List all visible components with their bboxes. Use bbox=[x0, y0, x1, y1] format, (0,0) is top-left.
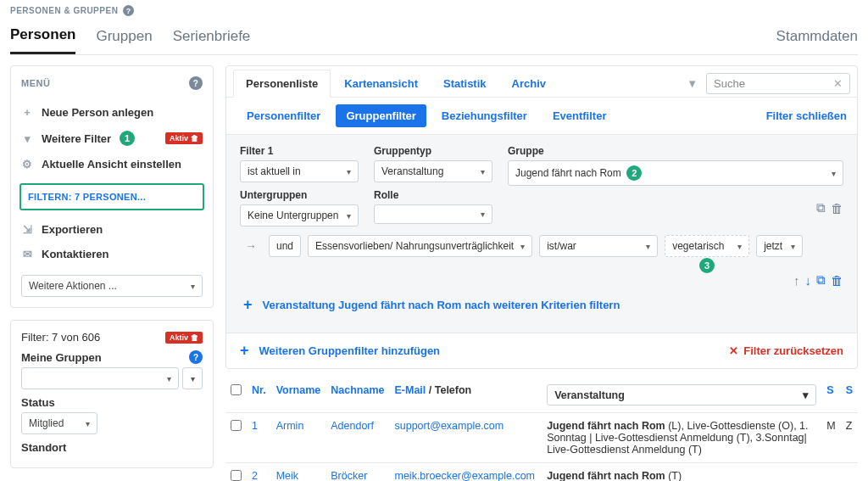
tab-statistik[interactable]: Statistik bbox=[431, 70, 498, 97]
tab-stammdaten[interactable]: Stammdaten bbox=[776, 23, 858, 53]
help-icon[interactable]: ? bbox=[123, 5, 134, 16]
close-icon[interactable]: ✕ bbox=[833, 77, 843, 90]
criteria-field-select[interactable]: Essensvorlieben/ Nahrungsunverträglichke… bbox=[308, 235, 532, 257]
arrow-right-icon: → bbox=[240, 239, 262, 253]
cell-email[interactable]: meik.broecker@example.com bbox=[390, 463, 542, 482]
cell-c2: Z bbox=[841, 413, 858, 463]
tab-personen[interactable]: Personen bbox=[10, 21, 75, 54]
select-value: vegetarisch bbox=[672, 240, 724, 252]
cell-nr[interactable]: 2 bbox=[247, 463, 271, 482]
help-icon[interactable]: ? bbox=[189, 350, 203, 364]
gear-icon: ⚙ bbox=[21, 158, 33, 171]
meine-gruppen-extra-button[interactable]: ▾ bbox=[182, 367, 203, 389]
col-s1[interactable]: S bbox=[821, 378, 840, 413]
filtertab-beziehungsfilter[interactable]: Beziehungsfilter bbox=[431, 104, 537, 127]
trash-icon: 🗑 bbox=[191, 333, 198, 342]
cell-vorname[interactable]: Armin bbox=[271, 413, 326, 463]
filter-count: Filter: 7 von 606 bbox=[21, 331, 100, 344]
filter-result-box[interactable]: FILTERN: 7 PERSONEN... bbox=[19, 183, 204, 210]
search-input[interactable]: Suche ✕ bbox=[706, 73, 850, 94]
filtertab-gruppenfilter[interactable]: Gruppenfilter bbox=[336, 104, 426, 127]
gruppentyp-label: Gruppentyp bbox=[374, 145, 492, 157]
arrow-down-icon[interactable]: ↓ bbox=[805, 273, 812, 288]
copy-icon[interactable]: ⧉ bbox=[816, 272, 826, 288]
chevron-down-icon: ▾ bbox=[803, 389, 809, 401]
cell-email[interactable]: support@example.com bbox=[390, 413, 542, 463]
status-select[interactable]: Mitglied ▾ bbox=[21, 412, 97, 434]
cell-vorname[interactable]: Meik bbox=[271, 463, 326, 482]
col-vorname[interactable]: Vorname bbox=[271, 378, 326, 413]
select-value: Keine Untergruppen bbox=[248, 210, 338, 221]
chevron-down-icon: ▾ bbox=[646, 242, 650, 251]
criteria-time-select[interactable]: jetzt ▾ bbox=[756, 235, 803, 257]
filtertab-personenfilter[interactable]: Personenfilter bbox=[236, 104, 331, 127]
arrow-up-icon[interactable]: ↑ bbox=[793, 273, 800, 288]
select-value: ist aktuell in bbox=[248, 165, 301, 177]
funnel-icon: ▾ bbox=[21, 132, 33, 145]
menu-kontaktieren[interactable]: ✉ Kontaktieren bbox=[21, 242, 203, 266]
add-filter-link[interactable]: Weiteren Gruppenfilter hinzufügen bbox=[240, 342, 440, 360]
gruppe-label: Gruppe bbox=[508, 145, 843, 157]
trash-icon[interactable]: 🗑 bbox=[831, 273, 843, 288]
meine-gruppen-select[interactable]: ▾ bbox=[21, 367, 179, 389]
cell-nachname[interactable]: Bröcker bbox=[326, 463, 389, 482]
filter-reset[interactable]: ✕ Filter zurücksetzen bbox=[729, 344, 843, 357]
aktiv-badge[interactable]: Aktiv 🗑 bbox=[165, 132, 203, 144]
cell-c1: M bbox=[821, 413, 840, 463]
breadcrumb-text: PERSONEN & GRUPPEN bbox=[10, 6, 118, 15]
col-email-telefon[interactable]: E-Mail / Telefon bbox=[390, 378, 542, 413]
filter1-select[interactable]: ist aktuell in ▾ bbox=[240, 160, 359, 182]
event-col-select[interactable]: Veranstaltung ▾ bbox=[547, 384, 816, 405]
hint-badge-2: 2 bbox=[626, 165, 642, 181]
select-value: Weitere Aktionen ... bbox=[29, 280, 117, 292]
table-row: 2MeikBröckermeik.broecker@example.comJug… bbox=[225, 463, 858, 482]
chevron-down-icon: ▾ bbox=[481, 210, 485, 219]
col-s2[interactable]: S bbox=[841, 378, 858, 413]
criteria-value-select[interactable]: vegetarisch ▾ 3 bbox=[665, 235, 749, 257]
criteria-op-select[interactable]: ist/war ▾ bbox=[539, 235, 658, 257]
gruppentyp-select[interactable]: Veranstaltung ▾ bbox=[374, 160, 492, 182]
tab-personenliste[interactable]: Personenliste bbox=[233, 70, 331, 98]
select-value: ist/war bbox=[547, 240, 576, 252]
filter-panel: Personenliste Kartenansicht Statistik Ar… bbox=[225, 65, 858, 369]
tab-gruppen[interactable]: Gruppen bbox=[96, 23, 152, 53]
breadcrumb: PERSONEN & GRUPPEN ? bbox=[10, 5, 858, 16]
menu-exportieren[interactable]: ⇲ Exportieren bbox=[21, 217, 203, 242]
filtertab-eventfilter[interactable]: Eventfilter bbox=[542, 104, 617, 127]
menu-neue-person[interactable]: + Neue Person anlegen bbox=[21, 100, 203, 125]
menu-weitere-filter[interactable]: ▾ Weitere Filter 1 Aktiv 🗑 bbox=[21, 125, 203, 152]
chevron-down-icon: ▾ bbox=[832, 169, 836, 178]
cell-nachname[interactable]: Adendorf bbox=[326, 413, 389, 463]
cell-nr[interactable]: 1 bbox=[247, 413, 271, 463]
logic-and[interactable]: und bbox=[269, 235, 301, 257]
trash-icon[interactable]: 🗑 bbox=[831, 201, 843, 215]
gruppe-select[interactable]: Jugend fährt nach Rom 2 ▾ bbox=[508, 160, 843, 186]
menu-item-label: Exportieren bbox=[42, 223, 103, 236]
tab-archiv[interactable]: Archiv bbox=[500, 70, 558, 97]
chevron-down-icon: ▾ bbox=[481, 167, 485, 176]
filter1-label: Filter 1 bbox=[240, 145, 359, 157]
chevron-down-icon: ▾ bbox=[191, 282, 195, 291]
col-nr[interactable]: Nr. bbox=[247, 378, 271, 413]
reset-label: Filter zurücksetzen bbox=[743, 344, 843, 357]
select-value: Essensvorlieben/ Nahrungsunverträglichke… bbox=[315, 240, 514, 252]
funnel-icon[interactable]: ▼ bbox=[687, 77, 698, 90]
copy-icon[interactable]: ⧉ bbox=[816, 200, 826, 215]
chevron-down-icon: ▾ bbox=[737, 242, 742, 251]
row-checkbox[interactable] bbox=[231, 470, 242, 481]
weitere-aktionen-select[interactable]: Weitere Aktionen ... ▾ bbox=[21, 275, 203, 297]
menu-help-icon[interactable]: ? bbox=[189, 76, 203, 90]
tab-kartenansicht[interactable]: Kartenansicht bbox=[332, 70, 430, 97]
status-label: Status bbox=[21, 396, 55, 409]
menu-ansicht[interactable]: ⚙ Aktuelle Ansicht einstellen bbox=[21, 152, 203, 176]
row-checkbox[interactable] bbox=[231, 420, 242, 431]
select-all-checkbox[interactable] bbox=[231, 384, 242, 395]
col-nachname[interactable]: Nachname bbox=[326, 378, 389, 413]
rolle-select[interactable]: ▾ bbox=[374, 204, 492, 224]
aktiv-badge-2[interactable]: Aktiv 🗑 bbox=[165, 332, 203, 344]
more-criteria-link[interactable]: Veranstaltung Jugend fährt nach Rom nach… bbox=[240, 288, 843, 322]
tab-serienbriefe[interactable]: Serienbriefe bbox=[173, 23, 251, 53]
untergruppen-select[interactable]: Keine Untergruppen ▾ bbox=[240, 204, 359, 227]
filter-close[interactable]: Filter schließen bbox=[766, 109, 847, 122]
untergruppen-label: Untergruppen bbox=[240, 189, 359, 201]
